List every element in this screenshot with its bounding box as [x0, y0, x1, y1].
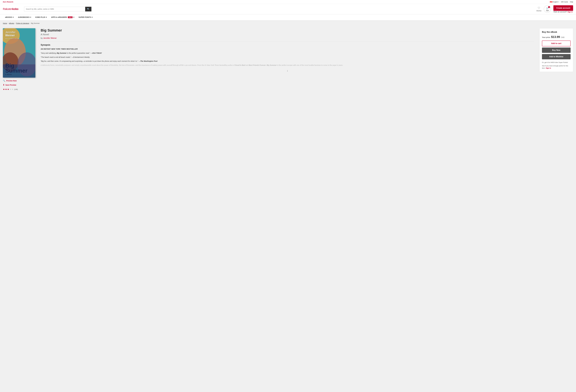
top-bar: Earn Rewards 🇨🇦 English ▾ Gift Cards Hel… [0, 0, 576, 4]
synopsis-title: Synopsis [41, 44, 534, 46]
price-value: $13.99 [551, 35, 560, 39]
chevron-down-icon: ▾ [13, 16, 14, 18]
rating-row: ★ ★ ★ ★ ★ (146) [3, 88, 35, 91]
buy-box: Buy the eBook Your price $13.99 CAD Add … [539, 28, 573, 72]
create-account-button[interactable]: Create account [553, 5, 573, 11]
price-row: Your price $13.99 CAD [542, 35, 571, 39]
kobo-points-text: Or, get it for 6400 Kobo Super Points! [542, 61, 571, 64]
chevron-down-icon: ▾ [73, 16, 74, 18]
have-account-text: Have an account? Sign in [553, 11, 573, 13]
cover-author-last: Weiner [5, 34, 33, 37]
kobo-points-detail: See if you have enough points for this i… [542, 65, 571, 69]
header: Rakuten kobo 🔍 ♡ Wishlist 1 🛒 Cart Creat… [0, 4, 576, 14]
star-rating[interactable]: ★ ★ ★ ★ ★ [3, 88, 13, 91]
rating-count: (146) [14, 89, 18, 90]
heart-icon: ♡ [538, 6, 540, 10]
book-author-line: by Jennifer Weiner [41, 37, 534, 39]
wishlist-button[interactable]: ♡ Wishlist [536, 6, 541, 12]
sale-badge: SALE [68, 16, 73, 18]
scroll-down-button[interactable]: ↓ [41, 68, 534, 73]
logo-kobo: kobo [12, 7, 18, 11]
logo[interactable]: Rakuten kobo [3, 7, 22, 11]
cover-author-first: Jennifer [5, 31, 33, 34]
chevron-down-icon: ▾ [92, 16, 92, 18]
breadcrumb-current: Big Summer [31, 22, 40, 24]
save-preview-button[interactable]: ⬇ Save Preview [3, 84, 35, 86]
middle-column: Big Summer A Novel by Jennifer Weiner Sy… [38, 28, 537, 96]
breadcrumb-home[interactable]: Home [3, 22, 7, 24]
sign-in-area: Have an account? Sign in [553, 11, 573, 13]
search-button[interactable]: 🔍 [85, 7, 91, 11]
price-currency: CAD [561, 36, 565, 38]
preview-now-button[interactable]: 🔍 Preview Now [3, 80, 35, 82]
right-column: Buy the eBook Your price $13.99 CAD Add … [539, 28, 573, 96]
cover-subtitle: A NOVEL [5, 74, 33, 75]
star-4: ★ [9, 88, 11, 91]
chevron-down-icon: ▾ [558, 1, 559, 2]
gift-cards-link[interactable]: Gift Cards [561, 1, 568, 3]
wishlist-label: Wishlist [536, 10, 541, 12]
header-actions: ♡ Wishlist 1 🛒 Cart Create account Have … [536, 5, 573, 13]
left-column: Jennifer Weiner New York BESTSELLER Big … [3, 28, 35, 96]
help-link[interactable]: Help [570, 1, 573, 3]
nav-apps-ereaders[interactable]: APPS & eREADERS SALE ▾ [49, 14, 76, 21]
sign-in-link[interactable]: Sign in [568, 11, 573, 13]
main-content: Jennifer Weiner New York BESTSELLER Big … [0, 26, 576, 98]
add-to-cart-button[interactable]: Add to cart [542, 41, 571, 46]
star-3: ★ [7, 88, 9, 91]
cover-title-summer: Summer [5, 68, 33, 73]
book-subtitle: A Novel [41, 33, 534, 36]
add-to-wishlist-button[interactable]: Add to Wishlist [542, 54, 571, 59]
book-title: Big Summer [41, 28, 534, 32]
cart-badge: 1 [548, 6, 550, 8]
synopsis-quote3: “Big fun, and then some. It’s empowering… [41, 60, 534, 63]
breadcrumb: Home / eBooks / Fiction & Literature / B… [0, 21, 576, 26]
chevron-down-icon: ▾ [30, 16, 31, 18]
breadcrumb-category[interactable]: Fiction & Literature [16, 22, 29, 24]
language-label: English [553, 1, 558, 3]
download-icon: ⬇ [3, 84, 4, 86]
nav-super-points[interactable]: SUPER POINTS ▾ [76, 14, 95, 21]
top-bar-right: 🇨🇦 English ▾ Gift Cards Help [550, 1, 573, 3]
create-account-area: Create account Have an account? Sign in [553, 5, 573, 13]
star-5: ★ [12, 88, 13, 91]
canada-flag-icon: 🇨🇦 [550, 1, 552, 3]
search-bar: 🔍 [24, 7, 91, 11]
breadcrumb-ebooks[interactable]: eBooks [9, 22, 14, 24]
search-icon: 🔍 [87, 8, 89, 10]
earn-rewards: Earn Rewards [3, 1, 13, 3]
breadcrumb-sep: / [8, 22, 8, 24]
cart-button[interactable]: 1 🛒 Cart [544, 5, 551, 13]
main-nav: eBOOKS ▾ AUDIOBOOKS ▾ KOBO PLUS ▾ APPS &… [0, 14, 576, 21]
breadcrumb-sep: / [15, 22, 15, 24]
buy-title: Buy the eBook [542, 31, 571, 33]
star-2: ★ [5, 88, 7, 91]
language-selector[interactable]: 🇨🇦 English ▾ [550, 1, 559, 3]
synopsis-headline: AN INSTANT NEW YORK TIMES BESTSELLER [41, 48, 534, 51]
synopsis-quote2: “The beach read to end all beach reads.”… [41, 56, 534, 59]
synopsis-quote1: “Sexy and satisfying, Big Summer is the … [41, 52, 534, 55]
nav-ebooks[interactable]: eBOOKS ▾ [3, 14, 16, 21]
search-icon: 🔍 [3, 80, 5, 82]
buy-now-button[interactable]: Buy Now [542, 48, 571, 53]
breadcrumb-sep: / [30, 22, 30, 24]
book-cover: Jennifer Weiner New York BESTSELLER Big … [3, 28, 35, 78]
author-link[interactable]: Jennifer Weiner [43, 37, 57, 39]
cover-bestseller: New York BESTSELLER [5, 38, 33, 39]
search-input[interactable] [24, 7, 85, 11]
synopsis-body: A deliciously funny, remarkably poignant… [41, 64, 534, 67]
nav-kobo-plus[interactable]: KOBO PLUS ▾ [33, 14, 49, 21]
cart-label: Cart [546, 10, 549, 11]
nav-audiobooks[interactable]: AUDIOBOOKS ▾ [16, 14, 33, 21]
kobo-sign-in-link[interactable]: Sign in [546, 67, 551, 69]
logo-rakuten: Rakuten [3, 7, 12, 11]
chevron-down-icon: ▾ [46, 16, 47, 18]
synopsis-text: AN INSTANT NEW YORK TIMES BESTSELLER “Se… [41, 48, 534, 67]
star-1: ★ [3, 88, 5, 91]
price-label: Your price [542, 36, 550, 38]
